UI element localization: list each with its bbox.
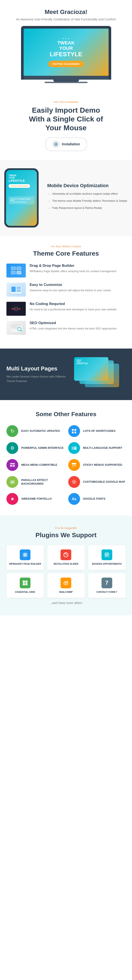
installation-button[interactable]: ⚙️ Installation (45, 137, 87, 151)
multilang-icon (68, 442, 80, 454)
svg-rect-51 (25, 553, 27, 555)
laptop-your: YOUR (48, 46, 84, 51)
installation-section: One Click Installation Easily Import Dem… (0, 92, 132, 160)
plugins-small-label: Free & Compatible (6, 526, 126, 530)
feature-desc-easy: Awesome easy-to-use options will adjust … (30, 288, 111, 293)
preview-card-1: TWEAK YOUR LIFESTYLE (74, 357, 108, 381)
laptop-screen: ● ● ● TWEAK YOUR LIFESTYLE Get Free Cons… (24, 29, 108, 76)
feature-thumb-easy (6, 283, 26, 297)
feature-thumb-seo (6, 321, 26, 335)
feature-cell-fontello: ★ AWESOME FONTELLO (6, 493, 64, 505)
mobile-section: TWEAK YOUR LIFESTYLE Get Free Consultati… (0, 160, 132, 236)
nocoding-icon (11, 305, 21, 313)
parallax-label: PARALLAX EFFECT BACKGROUNDS (21, 479, 64, 486)
googlemap-label: CUSTOMIZABLE GOOGLE MAP (83, 480, 125, 484)
feature-content-nocoding: No Coding Requried No need to be a profe… (30, 302, 116, 312)
plugins-more: ...and many more others (6, 601, 126, 605)
feature-cell-admin: ⚙ POWERFUL ADMIN INTERFACE (6, 442, 64, 454)
fontello-label: AWESOME FONTELLO (21, 497, 52, 501)
laptop-topbar: ● ● ● (48, 37, 84, 40)
mobile-feature-2: → The theme uses Mobile Friendly sliders… (47, 199, 128, 203)
theme-features-heading: Theme Core Features (6, 250, 126, 257)
admin-icon: ⚙ (6, 442, 18, 454)
feature-item-drag: Drag & Drop Page Builder WPBakery Page B… (6, 264, 126, 277)
feature-desc-seo: HTML code integrated into the theme meet… (30, 326, 117, 331)
sticky-icon (68, 459, 80, 471)
updates-icon: ↻ (6, 425, 18, 437)
feature-title-seo: SEO Optimized (30, 321, 117, 325)
googlefonts-icon: Aa (68, 493, 80, 505)
svg-rect-3 (17, 271, 21, 274)
feature-item-nocoding: No Coding Requried No need to be a profe… (6, 302, 126, 316)
svg-rect-52 (24, 555, 25, 556)
other-features-heading: Some Other Features (6, 411, 126, 418)
preview-stack: TWEAK YOUR LIFESTYLE TWEAK YOUR LIFESTYL… (74, 357, 121, 391)
laptop-tweak: TWEAK (48, 40, 84, 46)
revolution-icon (60, 549, 71, 560)
feature-content-drag: Drag & Drop Page Builder WPBakery Page B… (30, 264, 116, 274)
feature-title-drag: Drag & Drop Page Builder (30, 264, 116, 268)
svg-rect-33 (10, 463, 15, 464)
svg-rect-8 (16, 290, 21, 292)
svg-rect-58 (106, 552, 106, 554)
plugins-heading: Plugins We Support (6, 531, 126, 539)
svg-rect-59 (108, 552, 108, 554)
plugins-grid-2: ESSENTIAL GRID MAILCHIMP 7 CONTACT FORM … (6, 573, 126, 598)
phone-screen: TWEAK YOUR LIFESTYLE Get Free Consultati… (6, 170, 37, 226)
svg-rect-61 (107, 555, 108, 556)
svg-rect-2 (11, 271, 16, 274)
plugin-cf7: 7 CONTACT FORM 7 (88, 573, 126, 598)
booked-name: BOOKED APPOINTMENTS (92, 562, 122, 565)
svg-point-70 (67, 581, 68, 582)
sticky-label: STICKY MENUS SUPPORTED (83, 463, 122, 467)
other-features-section: Some Other Features ↻ EASY AUTOMATIC UPD… (0, 400, 132, 515)
mailchimp-name: MAILCHIMP (59, 590, 73, 593)
shortcodes-icon (68, 425, 80, 437)
multilang-label: MULTI LANGUAGE SUPPORT (83, 446, 122, 450)
theme-features-section: For Easy Website Creation Theme Core Fea… (0, 236, 132, 348)
svg-rect-34 (10, 465, 12, 467)
mailchimp-icon (60, 578, 71, 588)
wpbakery-name: WPBAKERY PAGE BUILDER (9, 562, 41, 565)
laptop-mockup: ● ● ● TWEAK YOUR LIFESTYLE Get Free Cons… (21, 26, 111, 83)
feature-cell-updates: ↻ EASY AUTOMATIC UPDATES (6, 425, 64, 437)
laptop-stand (53, 80, 79, 82)
plugins-grid: WPBAKERY PAGE BUILDER REVOLUTION SLIDER (6, 545, 126, 570)
revolution-name: REVOLUTION SLIDER (54, 562, 79, 565)
feature-content-easy: Easy to Customize Awesome easy-to-use op… (30, 283, 111, 293)
svg-point-69 (67, 582, 67, 583)
mobile-feature-3: → Fully Responsive layout & Retina Ready (47, 206, 128, 210)
mobile-feature-1: → Absolutely all scrollable sections sup… (47, 192, 128, 196)
mobile-heading: Mobile Device Optimization (47, 183, 128, 188)
feature-cell-shortcodes: LOTS OF SHORTCODES (68, 425, 126, 437)
meet-title: Meet Gracioza! (4, 9, 128, 16)
svg-rect-62 (23, 581, 25, 583)
svg-rect-53 (25, 555, 27, 556)
svg-rect-25 (75, 432, 76, 433)
cf7-icon: 7 (102, 578, 112, 588)
plugin-booked: BOOKED APPOINTMENTS (88, 545, 126, 570)
phone-outer: TWEAK YOUR LIFESTYLE Get Free Consultati… (4, 168, 39, 228)
plugin-wpbakery: WPBAKERY PAGE BUILDER (6, 545, 44, 570)
svg-rect-19 (11, 328, 19, 329)
svg-rect-24 (72, 432, 74, 433)
feature-item-seo: SEO Optimized HTML code integrated into … (6, 321, 126, 335)
googlefonts-label: GOOGLE FONTS (83, 497, 106, 501)
svg-rect-0 (11, 267, 16, 270)
meet-subtitle: An Awesome User-Friendly Combination of … (4, 17, 128, 22)
plugin-revolution: REVOLUTION SLIDER (47, 545, 84, 570)
feature-cell-googlefonts: Aa GOOGLE FONTS (68, 493, 126, 505)
laptop-cta: Get Free Consultation (48, 61, 84, 67)
essential-name: ESSENTIAL GRID (15, 590, 35, 593)
updates-label: EASY AUTOMATIC UPDATES (21, 429, 60, 433)
feature-desc-drag: WPBakery Page Builder offers amazing too… (30, 269, 116, 274)
svg-point-68 (65, 582, 65, 583)
arrow-icon-3: → (47, 206, 50, 210)
multi-layout-desc: We create Several Unique Demos with Diff… (6, 374, 70, 383)
svg-rect-37 (72, 465, 76, 465)
svg-marker-13 (11, 308, 13, 310)
svg-rect-63 (25, 581, 27, 583)
installation-icon: ⚙️ (52, 140, 60, 148)
plugin-essential: ESSENTIAL GRID (6, 573, 44, 598)
svg-rect-7 (16, 286, 21, 289)
